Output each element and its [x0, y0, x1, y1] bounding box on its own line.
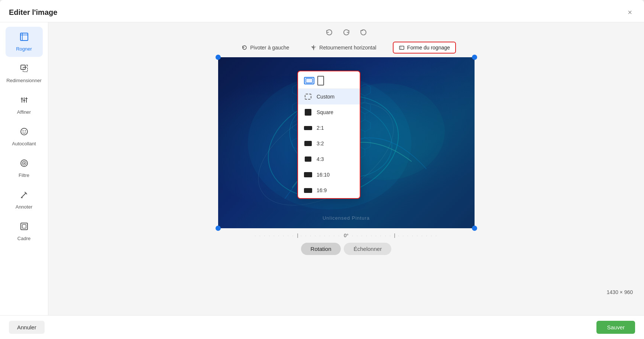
sidebar-item-autocollant[interactable]: Autocollant	[6, 122, 43, 152]
center-area: Pivoter à gauche Retournement horizontal	[48, 22, 644, 315]
sidebar-label-filtre: Filtre	[19, 172, 29, 178]
flip-horizontal-label: Retournement horizontal	[319, 45, 376, 51]
sidebar-item-rogner[interactable]: Rogner	[6, 27, 43, 57]
dropdown-item-16-10[interactable]: 16:10	[298, 167, 360, 183]
sidebar-item-annoter[interactable]: Annoter	[6, 185, 43, 215]
crop-shape-label: Forme du rognage	[407, 45, 450, 51]
svg-rect-20	[22, 225, 26, 228]
svg-rect-92	[306, 78, 313, 83]
sidebar-item-redimensionner[interactable]: Redimensionner	[6, 58, 43, 88]
dropdown-item-4-3[interactable]: 4:3	[298, 151, 360, 167]
svg-rect-0	[20, 33, 28, 41]
dropdown-label-16-9: 16:9	[317, 187, 327, 193]
sidebar-item-affiner[interactable]: Affiner	[6, 90, 43, 120]
sidebar-item-cadre[interactable]: Cadre	[6, 216, 43, 246]
shape-landscape-icon[interactable]	[304, 77, 314, 84]
dropdown-label-16-10: 16:10	[317, 172, 330, 178]
rogner-icon	[19, 32, 29, 44]
undo-button[interactable]	[339, 26, 354, 39]
history-button[interactable]	[321, 26, 337, 39]
tab-echelonner[interactable]: Échelonner	[344, 243, 391, 255]
ratio-43-icon	[304, 155, 312, 163]
sidebar-label-autocollant: Autocollant	[12, 141, 36, 146]
bottom-tabs: Rotation Échelonner	[301, 243, 392, 255]
svg-marker-21	[311, 46, 313, 49]
window-title: Editer l'image	[9, 8, 57, 17]
app-window: Editer l'image × Rogner	[0, 0, 644, 339]
crop-handle-bottom-left[interactable]	[216, 226, 221, 231]
svg-marker-22	[314, 46, 316, 49]
svg-rect-23	[399, 46, 404, 49]
dropdown-header	[298, 71, 360, 89]
rotation-strip: · · · · · · · · · · · · · · · · · · 0° ·…	[56, 228, 637, 240]
cadre-icon	[19, 222, 29, 233]
dropdown-label-square: Square	[317, 109, 333, 115]
redimensionner-icon	[19, 64, 29, 75]
canvas-watermark: Unlicensed Pintura	[323, 215, 370, 221]
dropdown-item-2-1[interactable]: 2:1	[298, 120, 360, 136]
svg-rect-19	[21, 223, 27, 230]
title-bar: Editer l'image ×	[0, 0, 644, 22]
dropdown-label-4-3: 4:3	[317, 156, 324, 162]
sidebar: Rogner Redimensionner	[0, 22, 48, 315]
redo-button[interactable]	[356, 26, 371, 39]
crop-handle-top-right[interactable]	[472, 55, 477, 60]
cancel-button[interactable]: Annuler	[9, 321, 45, 334]
ratio-169-icon	[304, 186, 312, 194]
rotation-value: 0°	[344, 233, 348, 238]
svg-rect-24	[400, 46, 401, 49]
shape-portrait-icon[interactable]	[317, 76, 324, 85]
autocollant-icon	[19, 127, 29, 139]
save-button[interactable]: Sauver	[596, 321, 635, 334]
dropdown-label-2-1: 2:1	[317, 125, 324, 131]
rotate-left-button[interactable]: Pivoter à gauche	[236, 42, 294, 53]
sidebar-label-rogner: Rogner	[16, 46, 32, 52]
ratio-32-icon	[304, 139, 312, 148]
flip-horizontal-button[interactable]: Retournement horizontal	[305, 42, 381, 53]
crop-shape-button[interactable]: Forme du rognage	[393, 42, 456, 54]
crop-handle-top-left[interactable]	[216, 55, 221, 60]
image-dimensions: 1430 × 960	[607, 289, 633, 295]
svg-point-16	[23, 162, 25, 164]
affiner-icon	[19, 95, 29, 107]
ratio-21-icon	[304, 124, 312, 132]
crop-shape-dropdown: Custom Square 2:1	[297, 71, 360, 199]
svg-line-17	[22, 193, 26, 197]
main-content: Rogner Redimensionner	[0, 22, 644, 315]
sidebar-item-filtre[interactable]: Filtre	[6, 153, 43, 183]
dropdown-label-custom: Custom	[317, 94, 334, 100]
ratio-1610-icon	[304, 171, 312, 179]
svg-point-11	[21, 128, 27, 135]
dropdown-item-3-2[interactable]: 3:2	[298, 136, 360, 151]
dropdown-label-3-2: 3:2	[317, 141, 324, 146]
sidebar-label-affiner: Affiner	[17, 109, 31, 115]
dropdown-item-custom[interactable]: Custom	[298, 89, 360, 104]
dropdown-item-square[interactable]: Square	[298, 104, 360, 120]
dropdown-item-16-9[interactable]: 16:9	[298, 183, 360, 198]
square-shape-icon	[304, 108, 312, 116]
bottom-bar: Annuler Sauver	[0, 315, 644, 339]
crop-handle-bottom-right[interactable]	[472, 226, 477, 231]
close-button[interactable]: ×	[625, 7, 635, 18]
tab-rotation[interactable]: Rotation	[301, 243, 341, 255]
rotate-left-label: Pivoter à gauche	[250, 45, 289, 51]
custom-shape-icon	[304, 93, 312, 101]
sidebar-label-redimensionner: Redimensionner	[6, 78, 42, 83]
svg-point-12	[22, 130, 23, 132]
annoter-icon	[19, 190, 29, 202]
top-toolbar	[321, 26, 371, 39]
svg-point-13	[25, 130, 26, 132]
top-action-bar: Pivoter à gauche Retournement horizontal	[236, 42, 456, 54]
sidebar-label-cadre: Cadre	[17, 236, 30, 241]
filtre-icon	[19, 158, 29, 170]
sidebar-label-annoter: Annoter	[16, 204, 33, 210]
